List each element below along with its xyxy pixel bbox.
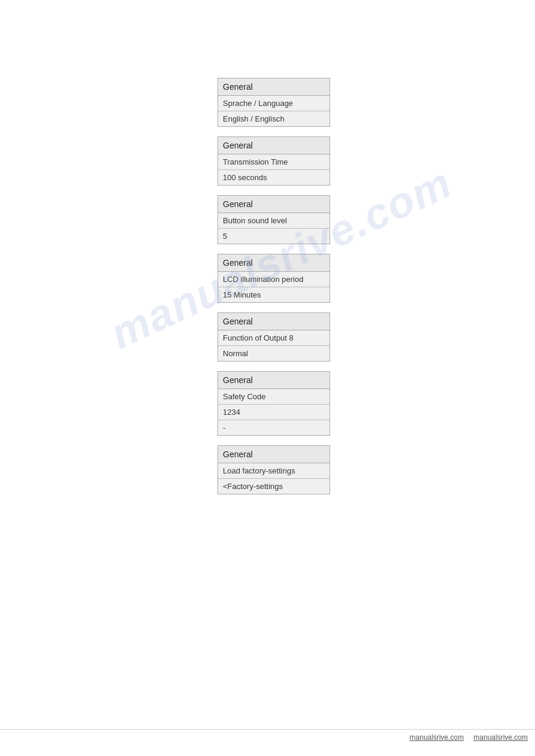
card-label-transmission: Transmission Time <box>218 154 330 170</box>
card-header-language: General <box>218 78 330 96</box>
card-factory: GeneralLoad factory-settings<Factory-set… <box>217 445 330 494</box>
bottom-link-1[interactable]: manualsrive.com <box>410 733 464 742</box>
card-value-output8: Normal <box>218 346 330 361</box>
card-label-button-sound: Button sound level <box>218 213 330 229</box>
card-label-lcd: LCD illumination period <box>218 272 330 287</box>
card-header-transmission: General <box>218 137 330 154</box>
cards-area: GeneralSprache / LanguageEnglish / Engli… <box>217 78 330 494</box>
card-label-output8: Function of Output 8 <box>218 330 330 346</box>
card-output8: GeneralFunction of Output 8Normal <box>217 312 330 362</box>
card-header-factory: General <box>218 446 330 463</box>
bottom-link-2[interactable]: manualsrive.com <box>473 733 528 742</box>
card-header-button-sound: General <box>218 196 330 213</box>
bottom-bar: manualsrive.com manualsrive.com <box>0 729 535 745</box>
card-extra-safety-code: - <box>218 420 330 435</box>
card-value-button-sound: 5 <box>218 229 330 244</box>
card-language: GeneralSprache / LanguageEnglish / Engli… <box>217 78 330 127</box>
card-label-factory: Load factory-settings <box>218 463 330 479</box>
card-button-sound: GeneralButton sound level5 <box>217 195 330 244</box>
card-value-transmission: 100 seconds <box>218 170 330 185</box>
card-label-language: Sprache / Language <box>218 96 330 111</box>
card-value-language: English / Englisch <box>218 111 330 126</box>
page-container: manualsrive.com GeneralSprache / Languag… <box>0 0 535 756</box>
card-value-factory: <Factory-settings <box>218 479 330 494</box>
card-header-safety-code: General <box>218 372 330 389</box>
card-value-safety-code: 1234 <box>218 405 330 420</box>
card-header-lcd: General <box>218 254 330 272</box>
card-label-safety-code: Safety Code <box>218 389 330 405</box>
card-lcd: GeneralLCD illumination period15 Minutes <box>217 254 330 303</box>
card-safety-code: GeneralSafety Code1234- <box>217 371 330 436</box>
card-value-lcd: 15 Minutes <box>218 287 330 302</box>
card-transmission: GeneralTransmission Time100 seconds <box>217 136 330 186</box>
card-header-output8: General <box>218 313 330 330</box>
